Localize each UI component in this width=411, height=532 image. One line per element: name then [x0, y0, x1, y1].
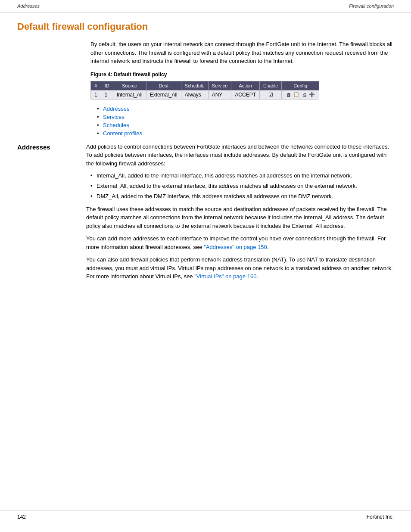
addresses-heading: Addresses: [17, 143, 86, 285]
link-virtual-ips-page160[interactable]: "Virtual IPs" on page 160: [194, 273, 256, 280]
addresses-para1: The firewall uses these addresses to mat…: [86, 205, 394, 230]
footer-company: Fortinet Inc.: [367, 514, 394, 520]
move-icon[interactable]: 🖨: [301, 92, 308, 98]
policy-table: # ID Source Dest Schedule Service Action…: [90, 81, 319, 100]
page-header: Addresses Firewall configuration: [0, 0, 411, 12]
col-header-id: ID: [101, 81, 113, 90]
cell-dest: External_All: [146, 90, 181, 99]
col-header-service: Service: [208, 81, 231, 90]
main-content: Default firewall configuration By defaul…: [0, 12, 411, 317]
page-footer: 142 Fortinet Inc.: [0, 510, 411, 523]
bullet-external: External_All, added to the external inte…: [90, 182, 394, 190]
col-header-action: Action: [231, 81, 260, 90]
delete-icon[interactable]: 🗑: [285, 92, 292, 98]
table-row: 1 1 Internal_All External_All Always ANY…: [91, 90, 319, 99]
header-right: Firewall configuration: [349, 3, 394, 9]
list-item-content-profiles: Content profiles: [97, 130, 394, 137]
page-title: Default firewall configuration: [17, 21, 394, 32]
list-item-schedules: Schedules: [97, 122, 394, 128]
config-icons: 🗑 📋 🖨 ➕: [285, 92, 315, 98]
addresses-para2: You can add more addresses to each inter…: [86, 234, 394, 251]
link-services[interactable]: Services: [103, 114, 125, 120]
insert-icon[interactable]: ➕: [308, 92, 315, 98]
link-schedules[interactable]: Schedules: [103, 122, 129, 128]
bullet-internal: Internal_All, added to the internal inte…: [90, 172, 394, 180]
cell-action: ACCEPT: [231, 90, 260, 99]
cell-hash: 1: [91, 90, 101, 99]
col-header-hash: #: [91, 81, 101, 90]
col-header-source: Source: [113, 81, 146, 90]
list-item-services: Services: [97, 114, 394, 120]
addresses-section: Addresses Add policies to control connec…: [17, 143, 394, 285]
edit-icon[interactable]: 📋: [293, 92, 300, 98]
para3-end: .: [256, 273, 258, 280]
list-item-addresses: Addresses: [97, 106, 394, 112]
cell-source: Internal_All: [113, 90, 146, 99]
links-list: Addresses Services Schedules Content pro…: [97, 106, 394, 137]
col-header-dest: Dest: [146, 81, 181, 90]
para2-end: .: [267, 244, 269, 250]
intro-paragraph: By default, the users on your internal n…: [90, 40, 394, 65]
cell-service: ANY: [208, 90, 231, 99]
addresses-para3: You can also add firewall policies that …: [86, 255, 394, 281]
col-header-config: Config: [282, 81, 319, 90]
link-addresses-page150[interactable]: "Addresses" on page 150: [204, 244, 267, 250]
addresses-bullets: Internal_All, added to the internal inte…: [90, 172, 394, 201]
link-addresses[interactable]: Addresses: [103, 106, 129, 112]
addresses-intro: Add policies to control connections betw…: [86, 143, 394, 168]
cell-id: 1: [101, 90, 113, 99]
col-header-enable: Enable: [260, 81, 282, 90]
col-header-schedule: Schedule: [181, 81, 208, 90]
addresses-content: Add policies to control connections betw…: [86, 143, 394, 285]
cell-config: 🗑 📋 🖨 ➕: [282, 90, 319, 99]
cell-enable: ☑: [260, 90, 282, 99]
footer-page-number: 142: [17, 514, 26, 520]
cell-schedule: Always: [181, 90, 208, 99]
header-left: Addresses: [17, 3, 40, 9]
bullet-dmz: DMZ_All, added to the DMZ interface, thi…: [90, 193, 394, 200]
policy-table-wrapper: # ID Source Dest Schedule Service Action…: [90, 81, 394, 100]
figure-caption: Figure 4: Default firewall policy: [90, 72, 394, 78]
link-content-profiles[interactable]: Content profiles: [103, 130, 142, 137]
